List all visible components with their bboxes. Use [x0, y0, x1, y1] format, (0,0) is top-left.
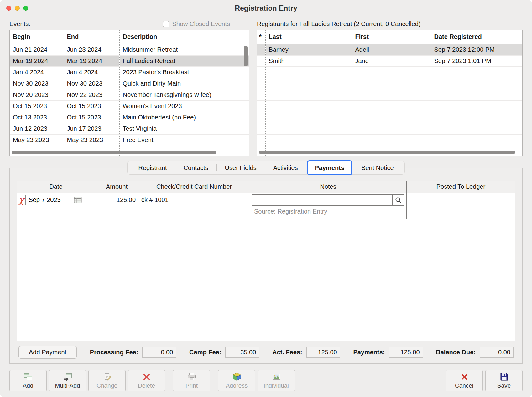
- scrollbar-thumb[interactable]: [259, 151, 515, 154]
- payments-col-amount: Amount: [95, 181, 138, 193]
- delete-icon: [143, 373, 151, 381]
- event-row[interactable]: Oct 15 2023Oct 15 2023Women's Event 2023: [10, 100, 249, 112]
- tabs-row: Registrant Contacts User Fields Activiti…: [0, 161, 532, 175]
- show-closed-events-checkbox[interactable]: Show Closed Events: [163, 20, 230, 28]
- calendar-icon[interactable]: [74, 197, 82, 203]
- event-row[interactable]: Nov 30 2023Nov 30 2023Quick and Dirty Ma…: [10, 78, 249, 89]
- add-button-label: Add: [23, 382, 34, 389]
- event-row[interactable]: Jun 12 2023Jun 17 2023Test Virginia: [10, 123, 249, 134]
- zoom-window-button[interactable]: [23, 6, 28, 11]
- empty-row: [257, 89, 522, 100]
- registrants-header-row: * Last First Date Registered: [257, 30, 522, 44]
- show-closed-events-label: Show Closed Events: [172, 20, 230, 28]
- scrollbar-thumb[interactable]: [12, 151, 216, 154]
- save-button-label: Save: [497, 382, 511, 389]
- payment-check-cell: ck # 1001: [138, 193, 250, 219]
- payments-header-row: Date Amount Check/Credit Card Number Not…: [17, 181, 515, 193]
- events-pane: Events: Show Closed Events Begin End Des…: [9, 18, 249, 156]
- bottom-toolbar: Add Multi-Add Change Delete Print: [0, 370, 532, 391]
- tab-contacts[interactable]: Contacts: [175, 161, 216, 175]
- event-row-selected[interactable]: Mar 19 2024Mar 19 2024Fall Ladies Retrea…: [10, 55, 249, 66]
- payments-table: Date Amount Check/Credit Card Number Not…: [17, 181, 515, 341]
- multi-add-button-label: Multi-Add: [55, 382, 80, 389]
- window-title: Registration Entry: [235, 4, 297, 13]
- address-button-label: Address: [226, 382, 248, 389]
- change-button-label: Change: [96, 382, 117, 389]
- registrants-table: * Last First Date Registered Barney Adel…: [257, 30, 523, 156]
- empty-row: [257, 66, 522, 78]
- save-button[interactable]: Save: [485, 370, 523, 391]
- fee-label: Balance Due:: [436, 349, 476, 356]
- tab-sent-notice[interactable]: Sent Notice: [353, 161, 402, 175]
- registrants-col-date-registered: Date Registered: [431, 30, 522, 44]
- change-icon: [102, 373, 112, 381]
- scrollbar-thumb[interactable]: [244, 46, 248, 66]
- print-icon: [187, 373, 196, 381]
- change-button[interactable]: Change: [88, 370, 126, 391]
- registrant-row-selected[interactable]: Barney Adell Sep 7 2023 12:00 PM: [257, 44, 522, 55]
- tabbar: Registrant Contacts User Fields Activiti…: [127, 161, 404, 175]
- toolbar-separator: [214, 370, 214, 391]
- empty-row: [257, 134, 522, 146]
- events-vertical-scrollbar[interactable]: [243, 45, 248, 147]
- event-row[interactable]: May 23 2023May 23 2023Free Event: [10, 134, 249, 146]
- fee-value: 125.00: [389, 347, 423, 358]
- event-row[interactable]: Oct 13 2023Oct 15 2023Main Oktoberfest (…: [10, 112, 249, 123]
- empty-row: [257, 100, 522, 112]
- checkbox-icon[interactable]: [163, 21, 169, 27]
- events-horizontal-scrollbar[interactable]: [12, 150, 247, 155]
- empty-row: [257, 123, 522, 134]
- tab-activities[interactable]: Activities: [265, 161, 306, 175]
- delete-button[interactable]: Delete: [128, 370, 165, 391]
- registrants-header: Registrants for Fall Ladies Retreat (2 C…: [257, 18, 523, 30]
- delete-button-label: Delete: [138, 382, 155, 389]
- traffic-lights: [6, 0, 28, 16]
- fee-value: 125.00: [306, 347, 340, 358]
- multi-add-button[interactable]: Multi-Add: [49, 370, 86, 391]
- cancel-button[interactable]: Cancel: [446, 370, 483, 391]
- event-row[interactable]: Nov 20 2023Nov 22 2023November Tanksgivn…: [10, 89, 249, 100]
- payment-date-input[interactable]: [25, 195, 72, 205]
- toolbar-right-group: Cancel Save: [446, 370, 523, 391]
- events-col-begin: Begin: [10, 30, 64, 44]
- registrants-col-marker: *: [257, 30, 265, 44]
- add-button[interactable]: Add: [9, 370, 47, 391]
- registrants-col-last: Last: [265, 30, 352, 44]
- titlebar: Registration Entry: [0, 0, 532, 16]
- registrants-col-first: First: [352, 30, 431, 44]
- toolbar-separator: [169, 370, 169, 391]
- save-icon: [500, 373, 508, 381]
- fee-activities: Act. Fees: 125.00: [272, 347, 340, 358]
- payment-posted-cell: [407, 193, 515, 219]
- add-icon: [23, 373, 33, 381]
- individual-button[interactable]: Individual: [258, 370, 295, 391]
- payment-source-label: Source: Registration Entry: [250, 206, 406, 215]
- fee-payments: Payments: 125.00: [353, 347, 423, 358]
- tab-user-fields[interactable]: User Fields: [217, 161, 265, 175]
- event-row[interactable]: Jan 4 2024Jan 4 20242023 Pastor's Breakf…: [10, 66, 249, 78]
- event-row[interactable]: Jun 21 2024Jun 23 2024Midsummer Retreat: [10, 44, 249, 55]
- events-header: Events: Show Closed Events: [9, 18, 249, 30]
- individual-icon: [272, 373, 281, 381]
- payment-check-field[interactable]: ck # 1001: [138, 193, 250, 207]
- events-label: Events:: [9, 20, 30, 28]
- fee-label: Camp Fee:: [189, 349, 221, 356]
- payment-amount-field[interactable]: 125.00: [95, 193, 138, 207]
- payment-notes-value[interactable]: [252, 195, 392, 205]
- payments-col-notes: Notes: [250, 181, 407, 193]
- tab-registrant[interactable]: Registrant: [130, 161, 175, 175]
- registrant-row[interactable]: Smith Jane Sep 7 2023 1:01 PM: [257, 55, 522, 66]
- print-button[interactable]: Print: [173, 370, 210, 391]
- minimize-window-button[interactable]: [15, 6, 20, 11]
- magnifier-icon[interactable]: [392, 195, 404, 205]
- close-window-button[interactable]: [6, 6, 11, 11]
- registrants-horizontal-scrollbar[interactable]: [259, 150, 520, 155]
- address-button[interactable]: Address: [218, 370, 255, 391]
- tab-payments[interactable]: Payments: [307, 160, 352, 175]
- individual-button-label: Individual: [263, 382, 289, 389]
- fee-balance-due: Balance Due: 0.00: [436, 347, 514, 358]
- delete-payment-icon[interactable]: χ: [19, 196, 24, 204]
- add-payment-button[interactable]: Add Payment: [18, 346, 77, 359]
- payment-notes-input[interactable]: [252, 194, 404, 206]
- print-button-label: Print: [185, 382, 198, 389]
